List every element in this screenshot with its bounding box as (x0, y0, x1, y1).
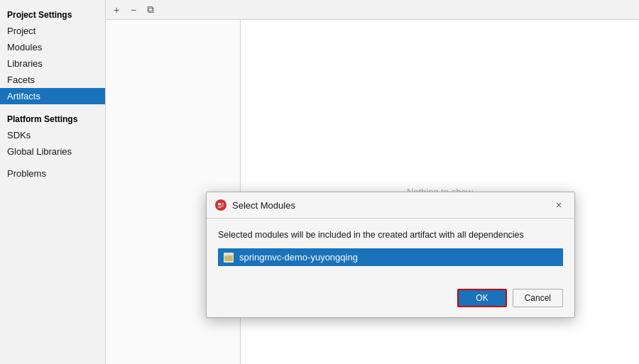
svg-rect-1 (218, 203, 221, 205)
modal-title-left: Select Modules (215, 199, 295, 211)
sidebar-item-modules[interactable]: Modules (0, 39, 105, 55)
sidebar-item-libraries[interactable]: Libraries (0, 55, 105, 72)
svg-rect-2 (222, 203, 224, 204)
modal-titlebar: Select Modules × (207, 192, 574, 219)
add-button[interactable]: + (109, 2, 124, 18)
svg-rect-4 (218, 206, 224, 206)
select-modules-dialog: Select Modules × Selected modules will b… (206, 192, 575, 318)
svg-rect-8 (224, 255, 228, 256)
module-name: springmvc-demo-yuyongqing (239, 252, 358, 263)
ok-button[interactable]: OK (457, 289, 506, 307)
platform-settings-label: Platform Settings (0, 110, 105, 127)
modal-description: Selected modules will be included in the… (218, 230, 563, 240)
sidebar: Project Settings Project Modules Librari… (0, 0, 105, 364)
copy-button[interactable]: ⧉ (143, 2, 158, 18)
modal-close-button[interactable]: × (552, 198, 566, 212)
modal-body: Selected modules will be included in the… (207, 219, 574, 283)
module-list-item[interactable]: springmvc-demo-yuyongqing (218, 248, 563, 266)
sidebar-item-artifacts[interactable]: Artifacts (0, 88, 105, 104)
sidebar-divider-2 (0, 160, 105, 165)
sidebar-divider (0, 104, 105, 110)
cancel-button[interactable]: Cancel (513, 289, 563, 307)
module-dialog-icon (215, 199, 226, 211)
module-folder-icon (224, 253, 234, 263)
svg-rect-3 (222, 204, 224, 205)
modal-title-text: Select Modules (232, 200, 295, 211)
sidebar-item-facets[interactable]: Facets (0, 72, 105, 88)
remove-button[interactable]: − (126, 2, 141, 18)
sidebar-item-problems[interactable]: Problems (0, 165, 105, 182)
svg-rect-5 (218, 207, 222, 208)
sidebar-item-project[interactable]: Project (0, 23, 105, 39)
modal-footer: OK Cancel (207, 283, 574, 317)
sidebar-item-sdks[interactable]: SDKs (0, 127, 105, 143)
project-settings-label: Project Settings (0, 6, 105, 23)
toolbar: + − ⧉ (106, 0, 639, 20)
sidebar-item-global-libraries[interactable]: Global Libraries (0, 143, 105, 160)
